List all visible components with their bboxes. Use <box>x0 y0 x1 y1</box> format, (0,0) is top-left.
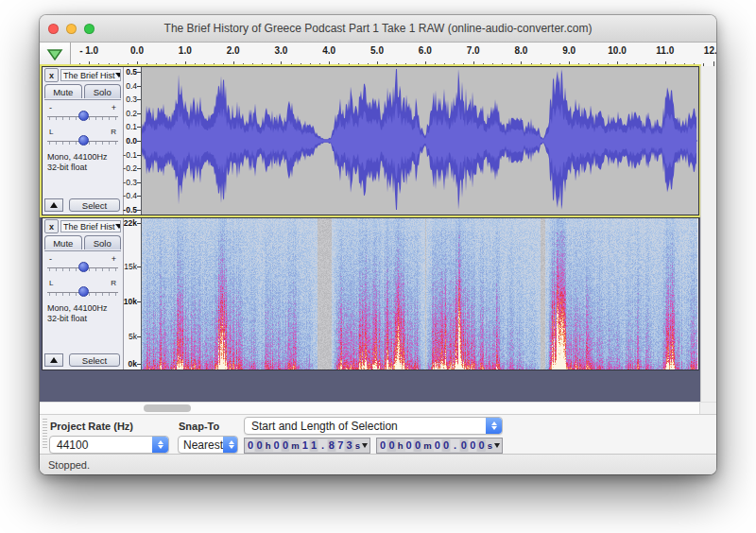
track2-pan-slider[interactable]: L R <box>47 279 118 301</box>
pinned-play-head-button[interactable] <box>40 43 71 66</box>
time-digit[interactable]: 0 <box>434 439 441 452</box>
scale-label: 5k <box>129 332 137 341</box>
combo-spinner-icon <box>486 418 502 434</box>
track2-select-button[interactable]: Select <box>69 353 120 367</box>
track1-gain-thumb[interactable] <box>78 111 89 121</box>
time-digit[interactable]: . <box>318 439 326 452</box>
track2-control-panel: x The Brief Hist Mute Solo - + <box>43 218 124 370</box>
track1-gain-slider[interactable]: - + <box>47 103 118 126</box>
track2-close-button[interactable]: x <box>44 219 59 233</box>
track1-close-button[interactable]: x <box>44 68 59 82</box>
chevron-down-icon <box>115 73 121 77</box>
time-digit[interactable]: 0 <box>379 439 387 452</box>
pan-right-label: R <box>111 279 116 287</box>
time-digit[interactable]: 0 <box>477 439 485 452</box>
track2-vertical-scale[interactable]: 22k15k10k5k0k <box>124 218 142 370</box>
scale-label: -0.3 <box>123 178 137 187</box>
scale-tick <box>137 99 141 100</box>
track1-mute-button[interactable]: Mute <box>44 84 82 98</box>
track2-mute-button[interactable]: Mute <box>44 235 82 249</box>
track2-collapse-button[interactable] <box>44 353 63 367</box>
timeline-row: - 1.00.01.02.03.04.05.06.07.08.09.010.01… <box>40 43 716 67</box>
scale-label: 15k <box>124 262 137 271</box>
track2-solo-button[interactable]: Solo <box>84 235 122 249</box>
track1-select-button[interactable]: Select <box>69 198 120 212</box>
time-digit[interactable]: 1 <box>310 439 318 452</box>
time-digit[interactable]: 8 <box>328 439 335 452</box>
track1-pan-slider[interactable]: L R <box>47 128 118 150</box>
track2-mute-solo-row: Mute Solo <box>44 235 121 251</box>
time-digit[interactable]: 0 <box>442 439 450 452</box>
track1-header: x The Brief Hist <box>43 68 122 82</box>
track1-solo-button[interactable]: Solo <box>84 84 122 98</box>
time-digit[interactable]: 0 <box>460 439 468 452</box>
scale-tick <box>137 155 141 156</box>
ruler-time-label: 6.0 <box>410 45 440 56</box>
scale-tick <box>137 301 141 302</box>
scale-label: 0.0 <box>126 136 137 146</box>
waveform-canvas <box>142 67 697 215</box>
track2-name-dropdown[interactable]: The Brief Hist <box>60 220 121 232</box>
time-unit-label: m <box>423 440 431 451</box>
track1-name-dropdown[interactable]: The Brief Hist <box>60 69 121 81</box>
selection-length-timefield[interactable]: 00h00m00.000s <box>376 438 503 454</box>
ruler-time-label: 1.0 <box>170 45 200 56</box>
track1-waveform-view[interactable] <box>142 67 698 215</box>
timefield-dropdown-arrow-icon[interactable] <box>494 443 500 448</box>
track1-bottom-row: Select <box>44 198 121 213</box>
toolbar-grip-handle[interactable] <box>43 419 47 450</box>
ruler-time-label: 3.0 <box>266 45 296 56</box>
time-digit[interactable]: 0 <box>255 439 263 452</box>
time-digit[interactable]: 0 <box>387 439 395 452</box>
snap-to-combobox[interactable]: Nearest <box>178 436 238 454</box>
selection-start-timefield[interactable]: 00h00m11.873s <box>244 438 370 454</box>
horizontal-scrollbar-thumb[interactable] <box>144 404 191 412</box>
time-unit-label: h <box>398 440 404 451</box>
horizontal-scrollbar[interactable] <box>40 402 716 414</box>
time-digit[interactable]: 0 <box>282 439 289 452</box>
track2-format-line1: Mono, 44100Hz <box>47 303 121 314</box>
time-unit-label: m <box>291 440 299 451</box>
time-digit[interactable]: . <box>451 439 458 452</box>
selection-mode-combobox[interactable]: Start and Length of Selection <box>244 417 503 435</box>
time-digit[interactable]: 3 <box>345 439 352 452</box>
time-digit[interactable]: 7 <box>336 439 344 452</box>
status-bar: Stopped. <box>40 454 716 474</box>
close-window-button[interactable] <box>48 24 59 34</box>
scale-tick <box>137 86 141 87</box>
track2-gain-thumb[interactable] <box>78 262 89 272</box>
title-bar[interactable]: The Brief History of Greece Podcast Part… <box>40 15 716 43</box>
zoom-window-button[interactable] <box>84 24 94 34</box>
time-digit[interactable]: 0 <box>247 439 254 452</box>
triangle-up-icon <box>50 357 58 363</box>
time-digit[interactable]: 0 <box>469 439 476 452</box>
track2-pan-thumb[interactable] <box>78 286 89 297</box>
ruler-time-label: 12.0 <box>698 45 716 56</box>
status-text: Stopped. <box>48 459 90 471</box>
track2-spectrogram-view[interactable] <box>142 218 698 370</box>
ruler-time-label: 7.0 <box>458 45 489 56</box>
minimize-window-button[interactable] <box>66 24 77 34</box>
track1-pan-thumb[interactable] <box>78 135 89 146</box>
track1-vertical-scale[interactable]: 0.50.40.30.20.10.0-0.1-0.2-0.3-0.4-0.5 <box>124 67 142 215</box>
vertical-scrollbar[interactable] <box>700 66 716 402</box>
scale-label: -0.4 <box>123 191 137 200</box>
scale-label: 0.1 <box>126 122 137 131</box>
time-unit-label: s <box>355 440 360 451</box>
combo-spinner-icon <box>152 437 168 453</box>
pan-left-label: L <box>49 128 53 136</box>
time-digit[interactable]: 1 <box>301 439 309 452</box>
project-rate-combobox[interactable]: 44100 <box>49 436 169 454</box>
timeline-ruler[interactable]: - 1.00.01.02.03.04.05.06.07.08.09.010.01… <box>71 43 716 66</box>
ruler-time-label: 11.0 <box>650 45 680 56</box>
scale-label: -0.5 <box>123 205 137 215</box>
time-digit[interactable]: 0 <box>414 439 421 452</box>
time-digit[interactable]: 0 <box>405 439 413 452</box>
scale-tick <box>137 364 141 365</box>
project-rate-value: 44100 <box>57 438 88 452</box>
time-digit[interactable]: 0 <box>273 439 281 452</box>
track2-gain-slider[interactable]: - + <box>47 254 118 277</box>
timefield-dropdown-arrow-icon[interactable] <box>362 443 368 448</box>
track1-collapse-button[interactable] <box>44 198 63 212</box>
scale-tick <box>137 210 141 211</box>
